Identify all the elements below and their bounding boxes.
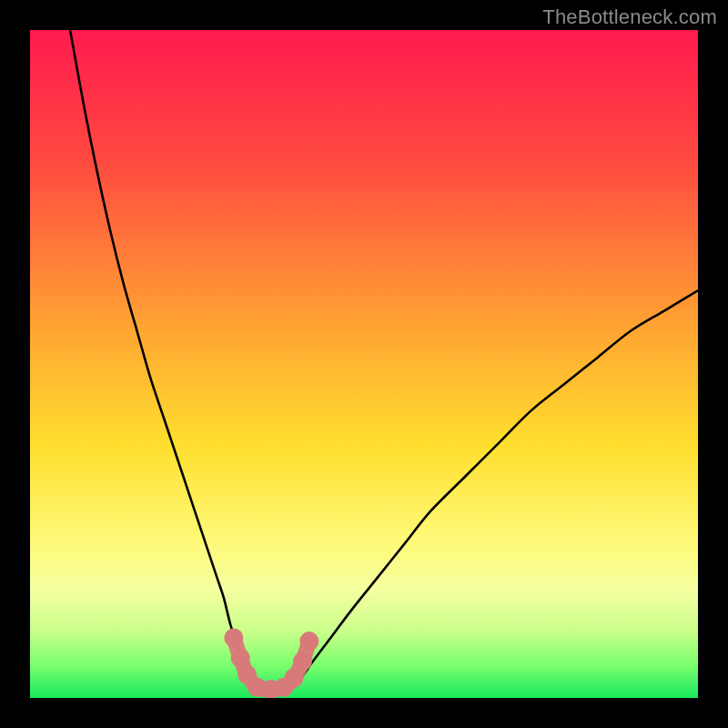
marker-dot [231, 648, 250, 667]
marker-dot [284, 668, 303, 687]
marker-dot [224, 628, 243, 647]
gradient-background [30, 30, 698, 698]
outer-frame: TheBottleneck.com [0, 0, 728, 728]
watermark-text: TheBottleneck.com [542, 5, 717, 29]
marker-dot [293, 652, 312, 671]
marker-dot [299, 632, 318, 651]
plot-svg [30, 30, 698, 698]
plot-area [30, 30, 698, 698]
